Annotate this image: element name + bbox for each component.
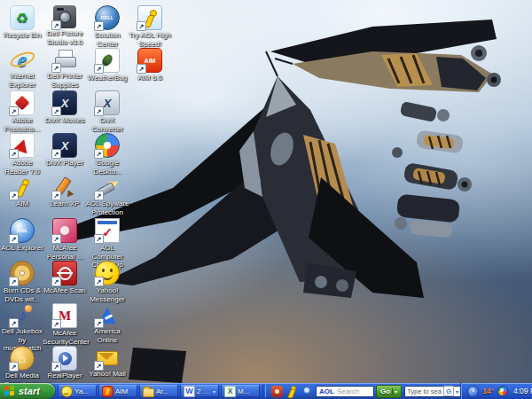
icon-label: Recycle Bin (0, 31, 44, 40)
desktop-icon-mcafee-securitycenter[interactable]: McAfee SecurityCenter (43, 303, 87, 346)
internet-explorer-icon (11, 48, 34, 71)
icon-label: Yahoo! Mail (85, 370, 129, 379)
system-tray: 14° 4:09 PM (461, 383, 532, 399)
icon-label: McAfee SecurityCenter (43, 329, 87, 346)
start-button[interactable]: start (0, 383, 55, 399)
shortcut-arrow-icon (51, 63, 61, 73)
aol-icon[interactable] (271, 386, 283, 397)
shortcut-arrow-icon (9, 191, 19, 200)
icon-label: Learn XP (43, 200, 87, 208)
shortcut-arrow-icon (94, 361, 104, 371)
shortcut-arrow-icon (137, 21, 146, 31)
shortcut-arrow-icon (51, 234, 61, 244)
desktop-icon-aol-explorer[interactable]: AOL Explorer (0, 218, 44, 253)
mcafee-scan-target-icon (52, 261, 77, 286)
taskbar-toolbar (271, 386, 313, 397)
word-icon (184, 386, 195, 397)
desktop-icon-burn-cds-dvds[interactable]: Burn CDs & DVDs wit... (0, 261, 44, 303)
shortcut-arrow-icon (51, 106, 61, 116)
desktop-icon-divx-movies[interactable]: DivX Movies (43, 90, 87, 125)
shortcut-arrow-icon (51, 362, 61, 372)
shortcut-arrow-icon (94, 234, 104, 244)
taskbar-separator (262, 385, 266, 397)
icon-label: RealPlayer (43, 372, 87, 380)
desktop-icon-internet-explorer[interactable]: Internet Explorer (0, 48, 44, 89)
desktop-icon-try-aol-high-speed[interactable]: Try AOL High Speed! (128, 5, 172, 48)
taskbar-button-excel[interactable]: M... (221, 385, 260, 397)
desktop-icon-aim[interactable]: AIM (0, 176, 44, 208)
shortcut-arrow-icon (51, 319, 61, 329)
desktop-icon-divx-converter[interactable]: DivX Converter (85, 90, 129, 133)
desktop-icon-adobe-photoshop[interactable]: Adobe Photosho... (0, 90, 44, 133)
icon-label: Try AOL High Speed! (128, 31, 172, 48)
recycle-bin-icon (10, 5, 35, 30)
shortcut-arrow-icon (51, 191, 61, 200)
icon-label: Yahoo! Messenger (85, 286, 129, 303)
desktop-search-placeholder: Type to search (407, 387, 442, 395)
icon-label: America Online (85, 327, 129, 344)
spaceship-top-right (270, 20, 501, 92)
go-dropdown-arrow-icon[interactable] (392, 388, 397, 395)
taskbar-button-word-group[interactable]: 2 M... (180, 385, 219, 397)
hide-icons-chevron-icon[interactable] (467, 386, 479, 397)
desktop-icon-mcafee-scan[interactable]: McAfee Scan (43, 261, 87, 295)
search-magnifier-icon[interactable] (301, 386, 313, 397)
aol-explorer-globe-icon (10, 218, 35, 243)
folder-icon (143, 388, 154, 397)
icon-label: Dell Printer Supplies (43, 72, 87, 89)
mcafee-personal-icon (52, 218, 77, 243)
desktop-icon-yahoo-messenger[interactable]: Yahoo! Messenger (85, 261, 129, 303)
aol-search-go-button[interactable]: Go (376, 385, 402, 398)
shortcut-arrow-icon (51, 20, 61, 30)
taskbar-button-folder[interactable]: Ar... (139, 385, 178, 397)
yahoo-messenger-icon (61, 386, 73, 397)
icon-label: Google Deskto... (85, 159, 129, 176)
media-experience-icon (10, 346, 35, 371)
cd-disc-icon (10, 261, 35, 286)
desktop-icon-realplayer[interactable]: RealPlayer (43, 346, 87, 380)
desktop-icon-weatherbug[interactable]: WeatherBug (85, 48, 129, 82)
desktop: Recycle Bin Dell Picture Studio v3.0 Sol… (0, 0, 532, 383)
aol-search-input[interactable]: AOL Search (316, 386, 374, 397)
shortcut-arrow-icon (51, 149, 61, 159)
icon-label: Adobe Reader 7.0 (0, 159, 44, 176)
icon-label: Adobe Photosho... (0, 116, 44, 133)
desktop-icon-google-desktop[interactable]: Google Deskto... (85, 133, 129, 176)
aim-running-man-icon[interactable] (286, 386, 298, 397)
start-button-label: start (19, 386, 40, 396)
search-dropdown-arrow-icon[interactable] (456, 388, 458, 395)
desktop-icon-dell-printer-supplies[interactable]: Dell Printer Supplies (43, 48, 87, 89)
desktop-icon-aol-spyware-protection[interactable]: AOL Spyware Protection (85, 176, 129, 216)
desktop-icon-america-online[interactable]: America Online (85, 303, 129, 344)
desktop-icon-solution-center[interactable]: Solution Center (85, 5, 129, 48)
desktop-icon-yahoo-mail[interactable]: Yahoo! Mail (85, 346, 129, 379)
google-desktop-search-input[interactable]: Type to search (404, 386, 461, 397)
aol-triangle-icon (96, 303, 119, 326)
google-desktop-pinwheel-icon[interactable] (497, 386, 508, 396)
taskbar-button-label: Ar... (156, 387, 175, 395)
divx-light-icon (95, 90, 120, 115)
desktop-icon-dell-media-experience[interactable]: Dell Media Experience (0, 346, 44, 383)
clock[interactable]: 4:09 PM (513, 387, 532, 395)
icon-label: WeatherBug (85, 74, 129, 82)
desktop-icon-learn-xp[interactable]: Learn XP (43, 176, 87, 208)
desktop-icon-adobe-reader[interactable]: Adobe Reader 7.0 (0, 133, 44, 176)
taskbar-button-yahoo-messenger[interactable]: Ya... (58, 385, 97, 397)
desktop-icon-dell-picture-studio[interactable]: Dell Picture Studio v3.0 (43, 5, 87, 46)
desktop-icon-aim-6[interactable]: AIM 6.0 (128, 48, 172, 82)
desktop-icon-recycle-bin[interactable]: Recycle Bin (0, 5, 44, 40)
taskbar-button-aim[interactable]: AIM (98, 385, 137, 397)
pencil-icon (53, 176, 76, 199)
shortcut-arrow-icon (94, 64, 104, 74)
aol-search-placeholder: Search (337, 387, 359, 395)
weatherbug-temperature[interactable]: 14° (482, 387, 494, 395)
adobe-reader-icon (10, 133, 35, 158)
icon-label: Burn CDs & DVDs wit... (0, 286, 44, 303)
desktop-icon-divx-player[interactable]: DivX Player (43, 133, 87, 168)
taskbar-window-buttons: Ya... AIM Ar... 2 M... M... (58, 385, 260, 397)
shortcut-arrow-icon (9, 277, 19, 286)
icon-label: AIM (0, 200, 44, 208)
desktop-icon-mcafee-personal[interactable]: McAfee Personal ... (43, 218, 87, 261)
google-g-icon[interactable] (443, 386, 454, 396)
shortcut-arrow-icon (94, 191, 104, 200)
